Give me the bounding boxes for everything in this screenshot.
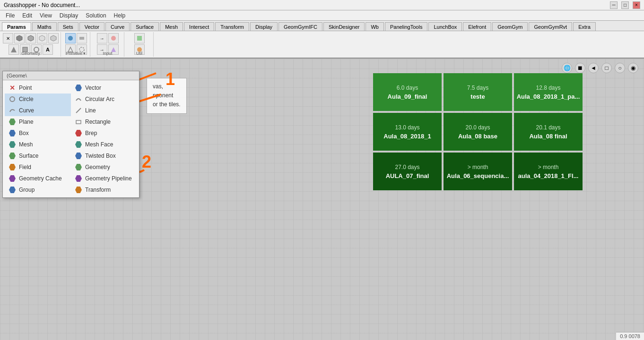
- dropdown-item-geometry-cache[interactable]: Geometry Cache: [5, 173, 71, 184]
- desc-line2: nponent: [153, 91, 181, 100]
- file-tile-3[interactable]: 13.0 days Aula_08_2018_1: [373, 113, 442, 151]
- tb-hex1-btn[interactable]: [14, 33, 25, 43]
- canvas-icon-globe[interactable]: 🌐: [562, 63, 572, 73]
- canvas-icon-dot[interactable]: ◉: [628, 63, 638, 73]
- point-icon: ✕: [9, 84, 16, 92]
- tab-params[interactable]: Params: [2, 22, 31, 31]
- tile-name-3: Aula_08_2018_1: [383, 133, 431, 140]
- tab-extra[interactable]: Extra: [573, 22, 596, 31]
- canvas-icon-stop[interactable]: ⏹: [575, 63, 585, 73]
- item-label-twisted-box: Twisted Box: [85, 153, 116, 159]
- tab-surface[interactable]: Surface: [131, 22, 159, 31]
- menu-file[interactable]: File: [2, 11, 18, 20]
- dropdown-grid: ✕ Point Vector Circle Circular Arc Curve…: [3, 80, 139, 197]
- menu-view[interactable]: View: [36, 11, 56, 20]
- dropdown-item-rectangle[interactable]: Rectangle: [71, 116, 137, 128]
- item-label-mesh-face: Mesh Face: [85, 141, 113, 148]
- tab-sets[interactable]: Sets: [58, 22, 78, 31]
- tile-days-2: 12.8 days: [536, 85, 560, 91]
- desc-line3: or the tiles.: [153, 100, 181, 109]
- tab-skin-designer[interactable]: SkinDesigner: [323, 22, 365, 31]
- tab-elefront[interactable]: Elefront: [463, 22, 491, 31]
- svg-rect-22: [76, 120, 81, 124]
- dropdown-item-mesh[interactable]: Mesh: [5, 139, 71, 150]
- dropdown-item-brep[interactable]: Brep: [71, 128, 137, 139]
- dropdown-item-geometry[interactable]: Geometry: [71, 162, 137, 173]
- dropdown-item-curve[interactable]: Curve: [5, 105, 71, 116]
- primitive-label[interactable]: Primitive ▾: [66, 51, 86, 56]
- file-tile-5[interactable]: 20.1 days Aula_08 final: [514, 113, 583, 151]
- dropdown-item-transform[interactable]: Transform: [71, 184, 137, 196]
- tb-util1-btn[interactable]: [134, 33, 145, 43]
- file-tile-0[interactable]: 6.0 days Aula_09_final: [373, 73, 442, 111]
- dropdown-item-twisted-box[interactable]: Twisted Box: [71, 150, 137, 162]
- tile-days-0: 6.0 days: [397, 85, 418, 91]
- file-tile-2[interactable]: 12.8 days Aula_08_2018_1_pa...: [514, 73, 583, 111]
- tab-geomgym-rvt[interactable]: GeomGymRvt: [529, 22, 572, 31]
- file-tile-1[interactable]: 7.5 days teste: [444, 73, 512, 111]
- close-button[interactable]: ×: [633, 1, 640, 9]
- vector-icon: [75, 84, 82, 92]
- tb-prim1-btn[interactable]: [65, 33, 76, 43]
- tb-text-btn[interactable]: A: [43, 44, 53, 55]
- svg-rect-8: [79, 37, 84, 40]
- dropdown-item-group[interactable]: Group: [5, 184, 71, 196]
- tile-days-5: 20.1 days: [536, 124, 560, 131]
- box-icon: [9, 129, 16, 137]
- file-tile-6[interactable]: 27.0 days AULA_07_final: [373, 153, 442, 190]
- tab-geomgym-ifc[interactable]: GeomGymIFC: [278, 22, 322, 31]
- item-label-field: Field: [19, 164, 31, 170]
- tab-transform[interactable]: Transform: [215, 22, 249, 31]
- tab-intersect[interactable]: Intersect: [184, 22, 214, 31]
- dropdown-item-line[interactable]: Line: [71, 105, 137, 116]
- file-tile-7[interactable]: > month Aula_06_sequencia...: [444, 153, 512, 190]
- dropdown-item-circle[interactable]: Circle: [5, 94, 71, 105]
- dropdown-item-mesh-face[interactable]: Mesh Face: [71, 139, 137, 150]
- tb-hex3-btn[interactable]: [37, 33, 47, 43]
- brep-icon: [75, 129, 82, 137]
- menu-help[interactable]: Help: [110, 11, 130, 20]
- tb-hex4-btn[interactable]: [48, 33, 59, 43]
- dropdown-item-field[interactable]: Field: [5, 162, 71, 173]
- item-label-vector: Vector: [85, 85, 101, 91]
- menu-display[interactable]: Display: [56, 11, 82, 20]
- file-tile-4[interactable]: 20.0 days Aula_08 base: [444, 113, 512, 151]
- item-label-geometry: Geometry: [85, 164, 110, 170]
- svg-rect-13: [137, 36, 142, 41]
- dropdown-item-surface[interactable]: Surface: [5, 150, 71, 162]
- tab-maths[interactable]: Maths: [32, 22, 57, 31]
- tb-prim2-btn[interactable]: [77, 33, 87, 43]
- dropdown-item-plane[interactable]: Plane: [5, 116, 71, 128]
- canvas-icon-circle[interactable]: ○: [615, 63, 625, 73]
- tab-mesh[interactable]: Mesh: [160, 22, 183, 31]
- tab-geomgym[interactable]: GeomGym: [492, 22, 528, 31]
- tb-hex2-btn[interactable]: [26, 33, 36, 43]
- tab-lunchbox[interactable]: LunchBox: [428, 22, 462, 31]
- menu-solution[interactable]: Solution: [82, 11, 110, 20]
- tab-display[interactable]: Display: [250, 22, 278, 31]
- dropdown-item-circular-arc[interactable]: Circular Arc: [71, 94, 137, 105]
- tb-pt-btn[interactable]: ✕: [3, 33, 13, 43]
- tile-name-5: Aula_08 final: [529, 133, 567, 140]
- canvas-icon-white[interactable]: □: [601, 63, 612, 73]
- minimize-button[interactable]: ─: [610, 1, 618, 9]
- dropdown-menu: (Geome\ ✕ Point Vector Circle Circular A…: [2, 71, 139, 198]
- canvas-icon-arrow[interactable]: ◄: [588, 63, 599, 73]
- svg-point-7: [68, 36, 73, 41]
- menu-edit[interactable]: Edit: [18, 11, 36, 20]
- file-tile-8[interactable]: > month aula_04_2018_1_Fl...: [514, 153, 583, 190]
- item-label-group: Group: [19, 187, 35, 193]
- tab-curve[interactable]: Curve: [105, 22, 130, 31]
- tb-input2-btn[interactable]: [108, 33, 119, 43]
- dropdown-item-geometry-pipeline[interactable]: Geometry Pipeline: [71, 173, 137, 184]
- tab-paneling-tools[interactable]: PanelingTools: [385, 22, 428, 31]
- tb-tri-btn[interactable]: [9, 44, 19, 55]
- tb-input1-btn[interactable]: →: [97, 33, 107, 43]
- maximize-button[interactable]: □: [621, 1, 629, 9]
- dropdown-item-point[interactable]: ✕ Point: [5, 82, 71, 94]
- dropdown-item-vector[interactable]: Vector: [71, 82, 137, 94]
- tab-wb[interactable]: Wb: [366, 22, 384, 31]
- canvas-icons: 🌐 ⏹ ◄ □ ○ ◉: [562, 63, 638, 73]
- tab-vector[interactable]: Vector: [79, 22, 104, 31]
- dropdown-item-box[interactable]: Box: [5, 128, 71, 139]
